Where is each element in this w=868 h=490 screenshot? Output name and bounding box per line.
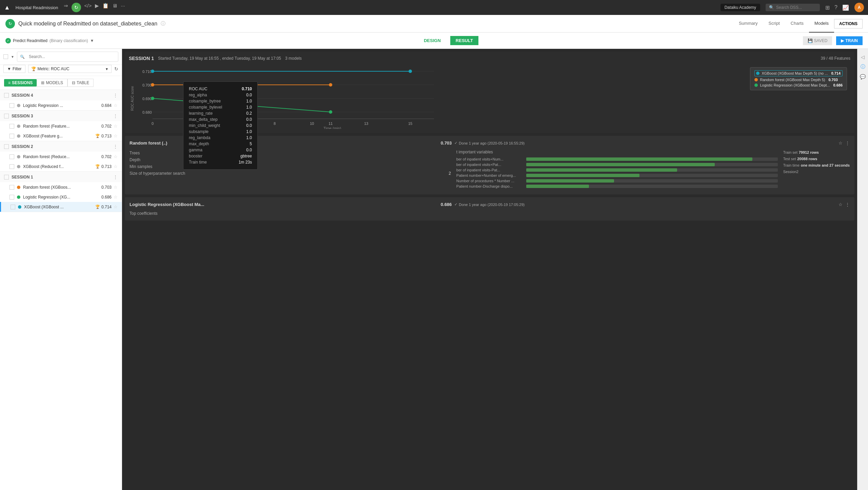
more-icon[interactable]: ··· [121,3,125,12]
expand-icon[interactable]: ◁ [861,54,865,60]
star-icon[interactable]: ☆ [114,164,118,169]
comments-icon[interactable]: 💬 [860,74,866,79]
svg-point-21 [151,83,154,87]
deploy-icon[interactable]: 🖥 [112,3,117,12]
legend-item-xgboost[interactable]: XGBoost (XGBoost Max Depth 5) (no ... 0.… [754,70,843,76]
title-section: ↻ Quick modeling of Readmitted on datase… [5,19,733,29]
classification-text: (Binary classification) [50,38,88,43]
tab-summary[interactable]: Summary [733,15,763,33]
trend-icon[interactable]: 📈 [842,4,849,11]
tooltip-min-child: min_child_weight 0.0 [189,122,252,129]
tab-models[interactable]: Models [809,15,834,33]
var-fill [526,185,589,188]
model-checkbox[interactable] [9,154,14,159]
legend-item-lr[interactable]: Logistic Regression (XGBoost Max Dept...… [754,83,843,87]
train-button[interactable]: ▶ TRAIN [836,36,863,45]
sessions-view-button[interactable]: ≡ SESSIONS [4,79,37,87]
lr-sub-title: Top coefficients [130,211,850,216]
session-2-checkbox[interactable] [4,144,9,149]
star-icon[interactable]: ☆ [114,154,118,159]
actions-button[interactable]: ACTIONS [834,19,863,29]
session-1-more[interactable]: ⋮ [113,174,118,180]
more-icon[interactable]: ⋮ [845,140,850,146]
session-3-model-2[interactable]: XGBoost (Feature g... 🏆 0.713 ☆ [0,131,122,141]
right-strip: ◁ ⓘ 💬 [857,49,868,490]
project-name[interactable]: Hospital Readmission [16,5,58,10]
filter-button[interactable]: ▼ Filter [3,65,25,73]
model-checkbox[interactable] [9,185,14,190]
flow-icon[interactable]: ⇒ [64,3,68,12]
refresh-icon[interactable]: ↻ [114,66,118,72]
star-icon[interactable]: ☆ [114,133,118,138]
session-1-model-2[interactable]: Logistic Regression (XG... 0.686 ☆ [0,192,122,202]
session-2-model-1[interactable]: Random forest (Reduce... 0.702 ☆ [0,152,122,162]
grid-icon[interactable]: ⊞ [825,4,830,11]
session-3-model-1[interactable]: Random forest (Feature... 0.702 ☆ [0,121,122,131]
star-icon[interactable]: ☆ [839,140,843,146]
session-4-more[interactable]: ⋮ [113,93,118,98]
session-2-label: SESSION 2 [12,144,113,149]
legend-item-rf[interactable]: Random forest (XGBoost Max Depth 5) 0.70… [754,78,843,82]
star-icon[interactable]: ☆ [114,185,118,190]
tab-charts[interactable]: Charts [785,15,809,33]
table-view-button[interactable]: ⊟ TABLE [67,79,94,87]
model-checkbox[interactable] [9,164,14,169]
star-icon[interactable]: ☆ [114,204,118,209]
sidebar-search-input[interactable] [26,53,115,60]
info-icon[interactable]: ⓘ [161,21,165,27]
dropdown-icon[interactable]: ▼ [11,55,14,59]
star-icon[interactable]: ☆ [114,194,118,200]
session-2-more[interactable]: ⋮ [113,144,118,149]
predict-label: ✓ Predict Readmitted (Binary classificat… [5,38,94,43]
session-1-model-1[interactable]: Random forest (XGBoos... 0.703 ☆ [0,182,122,192]
saved-button[interactable]: 💾 SAVED [803,36,832,45]
var-fill [526,163,715,166]
user-avatar[interactable]: A [854,3,864,12]
select-all-checkbox[interactable] [3,54,8,59]
session-1-label: SESSION 1 [12,175,113,180]
session-3-more[interactable]: ⋮ [113,113,118,118]
search-placeholder: Search DSS... [776,5,802,10]
rf-actions: ☆ ⋮ [839,140,850,146]
metric-select[interactable]: 🏆 Metric: ROC AUC ▼ [28,65,112,73]
model-checkbox[interactable] [9,195,14,200]
stat-train-set: Train set 79912 rows [783,150,850,155]
publish-icon[interactable]: 📋 [102,3,109,12]
session-4-model-1[interactable]: Logistic Regression ... 0.684 ☆ [0,100,122,110]
star-icon[interactable]: ☆ [839,202,843,207]
model-checkbox[interactable] [9,134,14,138]
session-2-model-2[interactable]: XGBoost (Reduced f... 🏆 0.713 ☆ [0,162,122,171]
info-strip-icon[interactable]: ⓘ [861,64,865,70]
session-1-model-3[interactable]: XGBoost (XGBoost ... 🏆 0.714 ☆ [0,202,122,212]
model-checkbox[interactable] [9,103,14,108]
help-icon[interactable]: ? [834,4,837,11]
dropdown-arrow[interactable]: ▼ [90,38,94,43]
play-icon[interactable]: ▶ [95,3,99,12]
session-3-checkbox[interactable] [4,114,9,118]
result-button[interactable]: RESULT [450,36,478,45]
code-icon[interactable]: </> [84,3,92,12]
session-4-label: SESSION 4 [12,93,113,98]
session-1-checkbox[interactable] [4,175,9,180]
predict-icon: ✓ [5,38,11,43]
logistic-card: Logistic Regression (XGBoost Ma... 0.686… [125,197,854,221]
star-icon[interactable]: ☆ [114,124,118,129]
features-label[interactable]: 39 / 48 Features [821,56,850,61]
tooltip-roc-auc: ROC AUC 0.710 [189,86,252,92]
more-icon[interactable]: ⋮ [845,202,850,207]
sub-header: ↻ Quick modeling of Readmitted on datase… [0,15,868,33]
global-search[interactable]: 🔍 Search DSS... [766,4,820,11]
models-count: 3 models [285,56,302,61]
sessions-icon: ≡ [8,80,11,85]
legend-dot-teal [756,72,760,75]
model-checkbox[interactable] [9,124,14,129]
session-4-checkbox[interactable] [4,93,9,98]
star-icon[interactable]: ☆ [114,103,118,108]
model-checkbox[interactable] [11,205,15,209]
tab-script[interactable]: Script [763,15,785,33]
tooltip-booster: booster gbtree [189,153,252,159]
design-button[interactable]: DESIGN [418,36,446,45]
session-1-chart-card: SESSION 1 Started Tuesday, 19 May at 16:… [125,52,854,133]
models-view-button[interactable]: ⊞ MODELS [37,79,67,87]
recycle-icon[interactable]: ↻ [72,3,81,12]
